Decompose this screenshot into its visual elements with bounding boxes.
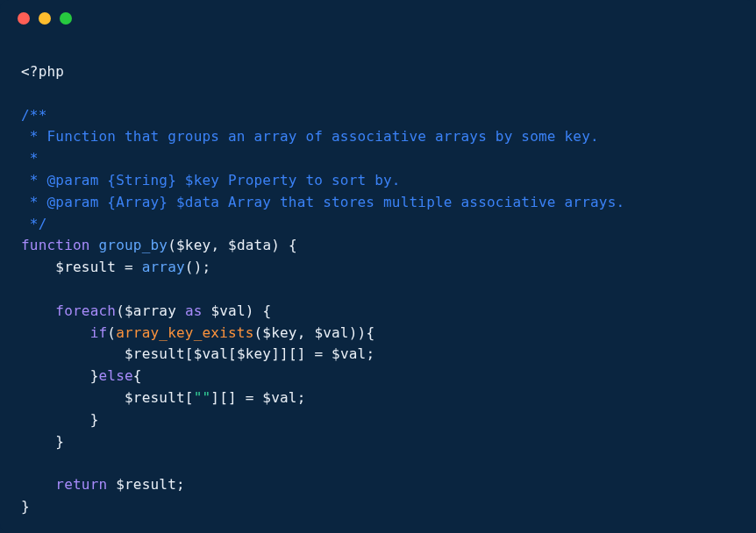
comma: , [210, 237, 228, 253]
minimize-icon[interactable] [39, 12, 51, 25]
zoom-icon[interactable] [60, 12, 72, 25]
var-val: $val [262, 389, 296, 406]
bracket: [ [185, 345, 194, 362]
brace-close: } [21, 498, 30, 515]
brace-open: { [133, 367, 142, 384]
var-key: $key [237, 345, 271, 362]
indent [21, 389, 125, 406]
bracket-assign: ][] = [210, 389, 262, 406]
keyword-as: as [185, 302, 203, 319]
var-array: $array [125, 302, 176, 319]
param-data: $data [228, 237, 271, 253]
docblock-param1: * @param {String} $key Property to sort … [21, 172, 401, 188]
var-val: $val [194, 345, 228, 362]
function-name: group_by [99, 237, 168, 253]
space [107, 476, 116, 493]
close-icon[interactable] [18, 12, 30, 25]
space [203, 302, 211, 319]
var-val: $val [332, 345, 366, 362]
semicolon: ; [176, 476, 185, 493]
bracket: [ [185, 389, 194, 406]
bracket-assign: ]][] = [271, 345, 332, 362]
call-empty: (); [185, 259, 211, 275]
var-key: $key [262, 324, 296, 341]
keyword-return: return [55, 476, 107, 493]
brace-open: { [280, 237, 297, 253]
space [176, 302, 185, 319]
brace-close: } [21, 411, 99, 428]
array-func: array [142, 259, 185, 275]
func-array-key-exists: array_key_exists [116, 324, 253, 341]
code-window: <?php /** * Function that groups an arra… [0, 0, 756, 533]
var-result: $result [55, 259, 116, 275]
indent [21, 476, 55, 493]
paren-open: ( [254, 324, 263, 341]
paren-open: ( [168, 237, 176, 253]
var-result: $result [116, 476, 176, 493]
var-val: $val [210, 302, 245, 319]
brace-close: } [21, 433, 64, 450]
param-key: $key [176, 237, 210, 253]
close-braces: )){ [349, 324, 375, 341]
bracket: [ [228, 345, 237, 362]
docblock-blank: * [21, 150, 39, 167]
keyword-function: function [21, 237, 90, 253]
window-titlebar [0, 0, 756, 37]
code-content: <?php /** * Function that groups an arra… [0, 37, 756, 533]
keyword-foreach: foreach [55, 302, 116, 319]
paren-open: ( [116, 302, 125, 319]
docblock-param2: * @param {Array} $data Array that stores… [21, 194, 624, 210]
var-result: $result [125, 345, 185, 362]
indent [21, 345, 125, 362]
indent [21, 302, 55, 319]
docblock-close: */ [21, 216, 47, 232]
docblock-open: /** [21, 107, 47, 124]
keyword-else: else [99, 367, 133, 384]
string-empty: "" [194, 389, 211, 406]
comma: , [297, 324, 315, 341]
var-result: $result [125, 389, 185, 406]
brace-close: } [21, 367, 99, 384]
semicolon: ; [366, 345, 374, 362]
php-open-tag: <?php [21, 63, 64, 80]
indent [21, 324, 90, 341]
paren-close: ) [271, 237, 280, 253]
semicolon: ; [297, 389, 306, 406]
paren-brace: ) { [246, 302, 272, 319]
docblock-desc: * Function that groups an array of assoc… [21, 128, 599, 145]
assign: = [116, 259, 142, 275]
paren-open: ( [107, 324, 116, 341]
indent [21, 259, 55, 275]
keyword-if: if [90, 324, 108, 341]
var-val: $val [314, 324, 348, 341]
